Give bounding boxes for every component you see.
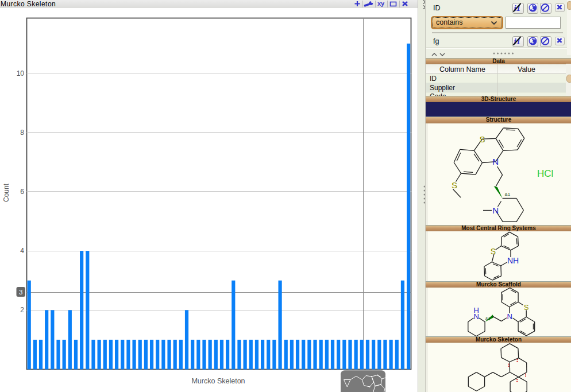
svg-text:10: 10: [17, 69, 25, 77]
svg-text:S: S: [479, 134, 485, 144]
svg-text:S: S: [452, 180, 457, 190]
svg-text:3: 3: [19, 289, 22, 296]
svg-text:&1: &1: [505, 192, 511, 197]
svg-text:Murcko Skeleton: Murcko Skeleton: [191, 377, 245, 385]
svg-text:xy: xy: [377, 0, 385, 7]
svg-text:N: N: [492, 157, 499, 166]
svg-text:NH: NH: [507, 256, 519, 265]
svg-text:N: N: [492, 205, 499, 215]
svg-text:Count: Count: [2, 183, 10, 202]
svg-text:S: S: [491, 247, 496, 256]
svg-text:2: 2: [20, 306, 24, 314]
svg-text:&1: &1: [485, 316, 491, 321]
svg-text:HCl: HCl: [537, 168, 553, 179]
svg-text:N: N: [507, 312, 512, 321]
svg-text:8: 8: [20, 129, 24, 137]
svg-text:N: N: [473, 312, 479, 321]
svg-text:4: 4: [20, 247, 24, 255]
svg-text:S: S: [524, 303, 529, 312]
svg-text:6: 6: [20, 188, 24, 196]
